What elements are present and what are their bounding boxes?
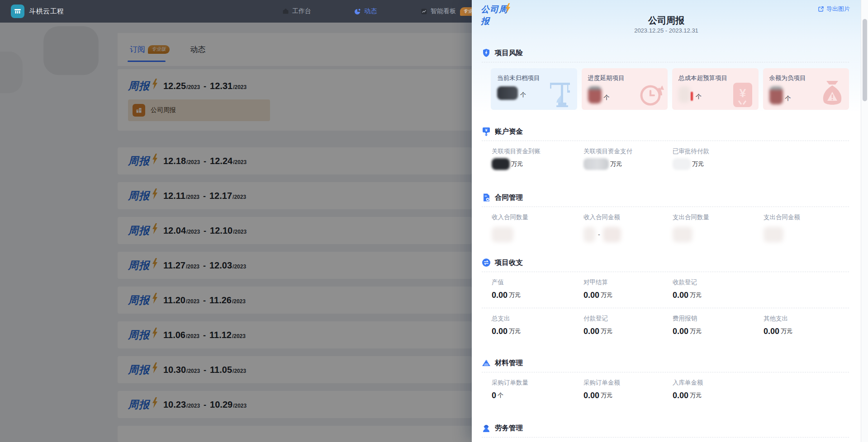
scrollbar-thumb[interactable]	[863, 19, 867, 101]
app-brand: 斗栱云工程	[11, 5, 64, 18]
nav-item-feed[interactable]: 动态	[354, 0, 377, 23]
lightning-icon	[505, 3, 511, 13]
section-income-expense: 项目收支 产值 0.00万元 对甲结算 0.00万元 收款登记 0.00万元 总…	[482, 258, 849, 337]
redacted-value	[764, 227, 783, 242]
dashed-divider	[482, 437, 849, 437]
section-project-risk: 项目风险 当前未归档项目 个 进度延期项目 个 总成本超预算项目 个 ¥ 余额为…	[482, 48, 849, 110]
risk-card-over-budget: 总成本超预算项目 个 ¥	[672, 68, 759, 110]
redacted-value	[497, 86, 518, 100]
redacted-value	[691, 92, 693, 101]
company-report-drawer: 公司周报 导出图片 公司周报 2023.12.25 - 2023.12.31 项…	[472, 0, 861, 442]
stat-payment-register: 付款登记 0.00万元	[583, 315, 673, 337]
dashed-divider	[482, 62, 849, 62]
stat-inbound-amount: 入库单金额 0.00万元	[673, 379, 764, 401]
export-image-button[interactable]: 导出图片	[818, 5, 850, 13]
stat-expense-contract-count: 支出合同数量	[673, 213, 764, 243]
redacted-value	[678, 86, 690, 103]
section-labor: 劳务管理	[482, 423, 849, 437]
stat-owner-settlement: 对甲结算 0.00万元	[583, 278, 673, 301]
nav-item-workbench[interactable]: 工作台	[282, 0, 311, 23]
worker-icon	[482, 423, 491, 433]
redacted-value	[583, 158, 609, 170]
material-pile-icon	[482, 358, 491, 367]
stat-purchase-order-amount: 采购订单金额 0.00万元	[583, 379, 673, 401]
redacted-value	[603, 227, 621, 242]
stat-purchase-order-count: 采购订单数量 0个	[492, 379, 583, 401]
dashboard-icon	[421, 8, 427, 15]
stat-income-contract-count: 收入合同数量	[492, 213, 583, 243]
risk-card-negative-balance: 余额为负项目 个	[763, 68, 849, 110]
stat-funds-paid: 关联项目资金支付 万元	[583, 147, 673, 169]
nav-item-dashboard[interactable]: 智能看板 专业版	[421, 0, 480, 23]
section-materials: 材料管理 采购订单数量 0个 采购订单金额 0.00万元 入库单金额 0.00万…	[482, 358, 849, 401]
dashed-divider	[482, 141, 849, 141]
svg-text:¥: ¥	[485, 128, 487, 132]
redacted-value	[673, 227, 693, 242]
feed-icon	[354, 8, 361, 15]
stat-income-contract-amount: 收入合同金额 -	[583, 213, 673, 243]
redacted-value	[769, 86, 783, 104]
contract-icon	[482, 193, 491, 202]
transfer-icon	[482, 258, 491, 267]
dougong-logo-icon	[11, 5, 24, 18]
redacted-value	[492, 158, 510, 170]
dashed-divider	[482, 372, 849, 372]
redacted-value	[583, 227, 595, 242]
risk-card-delayed: 进度延期项目 个	[582, 68, 668, 110]
stat-output-value: 产值 0.00万元	[492, 278, 583, 301]
drawer-title: 公司周报	[472, 14, 861, 27]
drawer-scrollbar[interactable]	[861, 0, 868, 442]
external-link-icon	[818, 6, 824, 12]
app-title: 斗栱云工程	[29, 7, 64, 16]
stat-approved-pending: 已审批待付款 万元	[673, 147, 764, 169]
dashed-divider	[482, 308, 849, 308]
section-contracts: 合同管理 收入合同数量 收入合同金额 - 支出合同数量 支出合同金额	[482, 193, 849, 243]
redacted-value	[673, 158, 691, 170]
dim-overlay[interactable]	[0, 23, 472, 442]
redacted-value	[492, 227, 513, 242]
stat-expense-contract-amount: 支出合同金额	[764, 213, 849, 243]
workbench-icon	[282, 8, 289, 15]
shield-lightning-icon	[482, 48, 491, 57]
stat-expense-claim: 费用报销 0.00万元	[673, 315, 764, 337]
stat-receipt-register: 收款登记 0.00万元	[673, 278, 764, 301]
stat-funds-received: 关联项目资金到账 万元	[492, 147, 583, 169]
dashed-divider	[482, 207, 849, 207]
drawer-date-range: 2023.12.25 - 2023.12.31	[472, 27, 861, 34]
stat-other-expense: 其他支出 0.00万元	[764, 315, 849, 337]
section-account-funds: ¥ 账户资金 关联项目资金到账 万元 关联项目资金支付 万元 已审批待付款 万元	[482, 127, 849, 169]
stat-total-expense: 总支出 0.00万元	[492, 315, 583, 337]
dashed-divider	[482, 272, 849, 272]
risk-card-unarchived: 当前未归档项目 个	[491, 68, 577, 110]
redacted-value	[588, 86, 602, 103]
funds-icon: ¥	[482, 127, 491, 136]
